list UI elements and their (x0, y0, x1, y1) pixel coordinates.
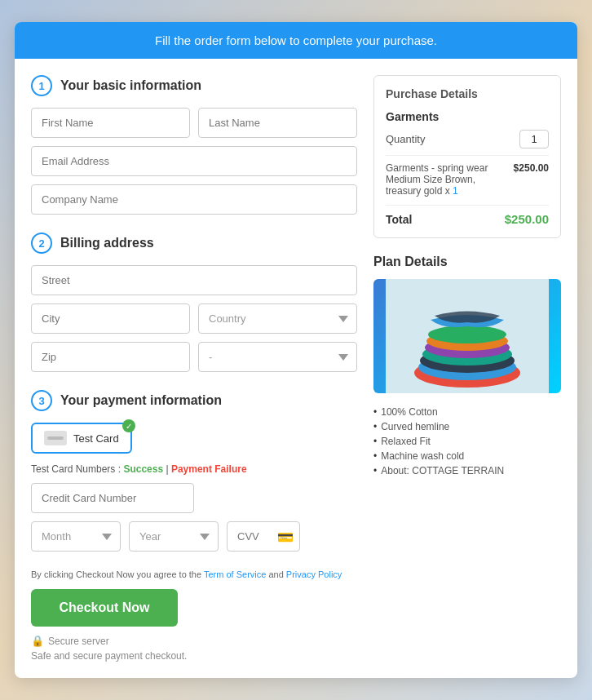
section1-number: 1 (31, 75, 52, 96)
street-input[interactable] (31, 265, 357, 295)
card-icon (44, 431, 67, 445)
month-select[interactable]: Month (31, 521, 121, 552)
plan-features-list: •100% Cotton•Curved hemline•Relaxed Fit•… (373, 405, 561, 478)
email-input[interactable] (31, 146, 357, 176)
section2-title: Billing address (60, 236, 154, 250)
quantity-value: 1 (519, 130, 549, 148)
bullet-icon: • (373, 450, 377, 462)
city-input[interactable] (31, 303, 190, 334)
cvv-card-icon: 💳 (277, 529, 294, 544)
plan-details-title: Plan Details (373, 255, 561, 269)
item-price: $250.00 (514, 162, 549, 174)
plan-feature-item: •Curved hemline (373, 419, 561, 434)
test-card-label: Test Card (73, 432, 119, 445)
state-select[interactable]: - (198, 342, 357, 372)
plan-feature-item: •About: COTTAGE TERRAIN (373, 463, 561, 478)
purchase-details-box: Purchase Details Garments Quantity 1 Gar… (373, 75, 561, 238)
section-billing: 2 Billing address Country - (31, 233, 357, 372)
tos-link[interactable]: Term of Service (204, 569, 266, 579)
year-select[interactable]: Year (129, 521, 219, 552)
safe-text: Safe and secure payment checkout. (31, 650, 357, 662)
section1-heading: 1 Your basic information (31, 75, 357, 96)
item-qty: 1 (453, 185, 458, 197)
bullet-icon: • (373, 465, 377, 476)
top-banner: Fill the order form below to complete yo… (15, 22, 577, 59)
card-selected-check: ✓ (122, 419, 135, 432)
plan-image (373, 279, 561, 393)
section3-number: 3 (31, 390, 52, 411)
section-payment: 3 Your payment information Test Card ✓ T… (31, 390, 357, 552)
item-description: Garments - spring wear Medium Size Brown… (386, 162, 514, 197)
section2-heading: 2 Billing address (31, 233, 357, 254)
bullet-icon: • (373, 406, 377, 418)
total-label: Total (386, 213, 412, 226)
lock-icon: 🔒 (31, 635, 44, 647)
total-price: $250.00 (505, 212, 549, 226)
secure-server-label: Secure server (48, 636, 109, 647)
right-column: Purchase Details Garments Quantity 1 Gar… (373, 75, 561, 662)
item-row: Garments - spring wear Medium Size Brown… (386, 162, 549, 197)
credit-card-input[interactable] (31, 483, 194, 513)
last-name-input[interactable] (198, 108, 357, 138)
bullet-icon: • (373, 436, 377, 447)
section1-title: Your basic information (60, 78, 201, 93)
test-card-numbers-row: Test Card Numbers : Success | Payment Fa… (31, 463, 357, 475)
plan-details-section: Plan Details (373, 255, 561, 478)
purchase-details-title: Purchase Details (386, 87, 549, 100)
failure-card-link[interactable]: Payment Failure (171, 463, 247, 475)
terms-text: By clicking Checkout Now you agree to th… (31, 569, 357, 579)
zip-input[interactable] (31, 342, 190, 372)
banner-text: Fill the order form below to complete yo… (155, 33, 437, 47)
country-select[interactable]: Country (198, 303, 357, 334)
test-card-prefix: Test Card Numbers : (31, 463, 123, 475)
bullet-icon: • (373, 421, 377, 432)
section3-heading: 3 Your payment information (31, 390, 357, 411)
left-column: 1 Your basic information (31, 75, 357, 662)
plan-feature-item: •Machine wash cold (373, 449, 561, 463)
first-name-input[interactable] (31, 108, 190, 138)
checkout-button[interactable]: Checkout Now (31, 589, 178, 627)
secure-row: 🔒 Secure server (31, 635, 357, 647)
section-basic-info: 1 Your basic information (31, 75, 357, 215)
company-input[interactable] (31, 184, 357, 215)
test-card-option[interactable]: Test Card ✓ (31, 423, 132, 454)
garments-heading: Garments (386, 110, 549, 123)
svg-point-7 (428, 326, 506, 343)
plan-feature-item: •100% Cotton (373, 405, 561, 419)
success-card-link[interactable]: Success (123, 463, 163, 475)
section2-number: 2 (31, 233, 52, 254)
privacy-link[interactable]: Privacy Policy (286, 569, 342, 579)
total-row: Total $250.00 (386, 212, 549, 226)
section3-title: Your payment information (60, 393, 222, 408)
quantity-label: Quantity (386, 133, 425, 145)
plan-feature-item: •Relaxed Fit (373, 434, 561, 449)
